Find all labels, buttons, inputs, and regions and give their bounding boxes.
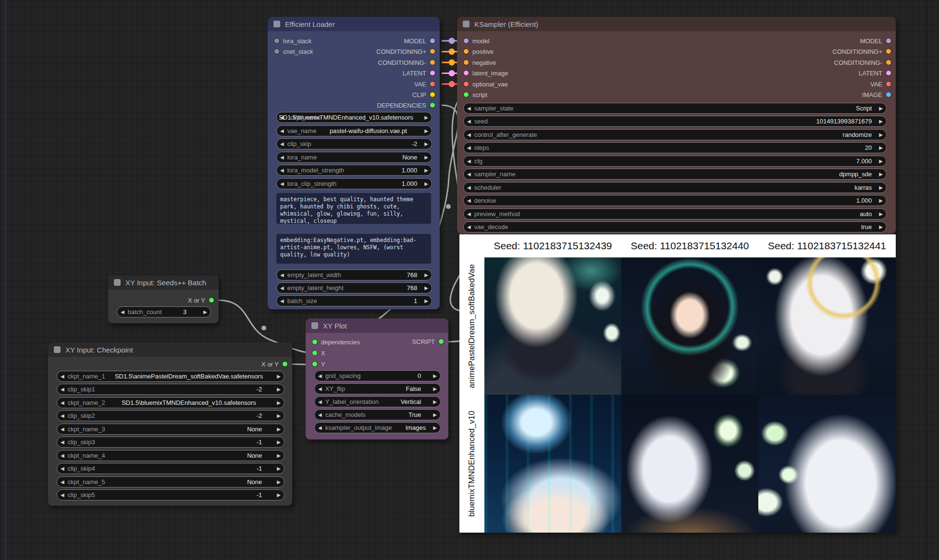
stepper-right-icon[interactable]: ▶ [273, 371, 284, 381]
stepper-right-icon[interactable]: ▶ [273, 398, 284, 408]
stepper-left-icon[interactable]: ◀ [277, 139, 287, 149]
collapse-icon[interactable] [54, 346, 61, 353]
stepper-right-icon[interactable]: ▶ [430, 397, 440, 407]
stepper-left-icon[interactable]: ◀ [57, 437, 68, 447]
output-slot-vae[interactable] [430, 82, 435, 86]
widget-y-label-orientation[interactable]: ◀ Y_label_orientation Vertical ▶ [314, 396, 441, 407]
widget-sampler-state[interactable]: ◀ sampler_state Script ▶ [463, 103, 887, 114]
positive-prompt-textarea[interactable]: masterpiece, best quality, haunted theme… [276, 193, 431, 224]
output-slot-latent[interactable] [430, 71, 435, 75]
input-slot-cnet-stack[interactable] [274, 49, 279, 54]
widget-empty-latent-height[interactable]: ◀ empty_latent_height 768 ▶ [276, 282, 432, 293]
widget-clip-skip3[interactable]: ◀ clip_skip3 -1 ▶ [57, 437, 284, 448]
node-title-bar[interactable]: XY Input: Checkpoint [48, 342, 292, 357]
node-ksampler-efficient[interactable]: KSampler (Efficient) model positive nega… [457, 17, 896, 234]
input-slot-negative[interactable] [464, 60, 469, 65]
stepper-right-icon[interactable]: ▶ [430, 423, 440, 433]
stepper-left-icon[interactable]: ◀ [277, 179, 287, 189]
collapse-icon[interactable] [114, 279, 121, 286]
stepper-right-icon[interactable]: ▶ [876, 130, 886, 140]
widget-ckpt-name-3[interactable]: ◀ ckpt_name_3 None ▶ [57, 424, 284, 435]
stepper-right-icon[interactable]: ▶ [876, 209, 886, 219]
wire-dot-model[interactable] [449, 38, 455, 44]
stepper-right-icon[interactable]: ▶ [876, 183, 886, 193]
output-slot-vae[interactable] [886, 82, 891, 86]
stepper-left-icon[interactable]: ◀ [464, 169, 474, 179]
output-slot-conditioning-plus[interactable] [886, 49, 891, 54]
stepper-right-icon[interactable]: ▶ [876, 222, 886, 232]
stepper-right-icon[interactable]: ▶ [421, 296, 432, 306]
collapse-icon[interactable] [311, 322, 318, 329]
widget-xy-flip[interactable]: ◀ XY_flip False ▶ [314, 383, 441, 394]
stepper-left-icon[interactable]: ◀ [57, 477, 68, 487]
stepper-left-icon[interactable]: ◀ [277, 296, 287, 306]
wire-dot-vae[interactable] [449, 81, 455, 87]
widget-lora-model-strength[interactable]: ◀ lora_model_strength 1.000 ▶ [276, 165, 432, 176]
wire-dot-latent[interactable] [449, 70, 455, 76]
input-slot-dependencies[interactable] [312, 340, 317, 344]
stepper-right-icon[interactable]: ▶ [273, 384, 284, 394]
stepper-left-icon[interactable]: ◀ [57, 384, 68, 394]
wire-dot-cond-negative[interactable] [449, 60, 455, 66]
node-title-bar[interactable]: KSampler (Efficient) [457, 17, 896, 31]
node-graph-canvas[interactable]: Efficient Loader lora_stack cnet_stack M… [0, 0, 939, 560]
widget-clip-skip[interactable]: ◀ clip_skip -2 ▶ [276, 138, 432, 149]
output-slot-x-or-y[interactable] [209, 298, 214, 303]
input-slot-positive[interactable] [464, 49, 469, 54]
widget-cfg[interactable]: ◀ cfg 7.000 ▶ [463, 156, 887, 167]
output-slot-conditioning-minus[interactable] [430, 60, 435, 65]
stepper-left-icon[interactable]: ◀ [464, 222, 474, 232]
stepper-right-icon[interactable]: ▶ [876, 116, 886, 126]
stepper-right-icon[interactable]: ▶ [273, 437, 284, 447]
node-xy-input-checkpoint[interactable]: XY Input: Checkpoint X or Y ◀ ckpt_name_… [48, 342, 292, 506]
input-slot-y[interactable] [312, 362, 317, 366]
stepper-right-icon[interactable]: ▶ [876, 156, 886, 166]
stepper-left-icon[interactable]: ◀ [464, 143, 474, 153]
widget-ksampler-output-image[interactable]: ◀ ksampler_output_image Images ▶ [314, 422, 441, 433]
node-efficient-loader[interactable]: Efficient Loader lora_stack cnet_stack M… [268, 17, 440, 309]
output-slot-model[interactable] [886, 38, 891, 43]
stepper-left-icon[interactable]: ◀ [277, 283, 287, 293]
output-slot-conditioning-minus[interactable] [886, 60, 891, 65]
output-slot-x-or-y[interactable] [283, 362, 287, 366]
negative-prompt-textarea[interactable]: embedding:EasyNegative.pt, embedding:bad… [276, 234, 431, 264]
stepper-left-icon[interactable]: ◀ [277, 165, 287, 175]
widget-empty-latent-width[interactable]: ◀ empty_latent_width 768 ▶ [276, 269, 432, 280]
stepper-left-icon[interactable]: ◀ [464, 103, 474, 113]
stepper-left-icon[interactable]: ◀ [464, 183, 474, 193]
widget-preview-method[interactable]: ◀ preview_method auto ▶ [463, 208, 887, 219]
stepper-right-icon[interactable]: ▶ [273, 450, 284, 461]
stepper-left-icon[interactable]: ◀ [57, 411, 68, 421]
stepper-left-icon[interactable]: ◀ [315, 384, 325, 394]
node-title-bar[interactable]: XY Input: Seeds++ Batch [108, 275, 219, 290]
stepper-left-icon[interactable]: ◀ [315, 371, 325, 381]
stepper-left-icon[interactable]: ◀ [464, 130, 474, 140]
node-xy-plot[interactable]: XY Plot dependencies X Y SCRIPT ◀ grid_s… [306, 318, 448, 439]
widget-ckpt-name-5[interactable]: ◀ ckpt_name_5 None ▶ [57, 476, 284, 487]
widget-grid-spacing[interactable]: ◀ grid_spacing 0 ▶ [314, 370, 441, 381]
widget-clip-skip4[interactable]: ◀ clip_skip4 -1 ▶ [57, 463, 284, 474]
stepper-left-icon[interactable]: ◀ [464, 116, 474, 126]
stepper-right-icon[interactable]: ▶ [273, 463, 284, 474]
stepper-right-icon[interactable]: ▶ [421, 270, 432, 280]
stepper-right-icon[interactable]: ▶ [421, 165, 432, 175]
stepper-left-icon[interactable]: ◀ [57, 424, 68, 434]
widget-denoise[interactable]: ◀ denoise 1.000 ▶ [463, 195, 887, 206]
stepper-left-icon[interactable]: ◀ [57, 450, 68, 461]
wire-dot-cond-positive[interactable] [449, 49, 455, 55]
input-slot-lora-stack[interactable] [274, 38, 279, 43]
output-slot-latent[interactable] [886, 71, 891, 75]
collapse-icon[interactable] [273, 21, 280, 27]
widget-batch-count[interactable]: ◀ batch_count 3 ▶ [117, 306, 211, 317]
stepper-right-icon[interactable]: ▶ [273, 477, 284, 487]
output-slot-clip[interactable] [430, 92, 435, 97]
stepper-left-icon[interactable]: ◀ [117, 307, 128, 317]
stepper-right-icon[interactable]: ▶ [876, 143, 886, 153]
widget-scheduler[interactable]: ◀ scheduler karras ▶ [463, 182, 887, 193]
stepper-right-icon[interactable]: ▶ [421, 139, 432, 149]
widget-clip-skip2[interactable]: ◀ clip_skip2 -2 ▶ [57, 410, 284, 421]
stepper-left-icon[interactable]: ◀ [315, 423, 325, 433]
stepper-right-icon[interactable]: ▶ [421, 152, 432, 162]
input-slot-optional-vae[interactable] [464, 82, 469, 86]
input-slot-latent-image[interactable] [464, 71, 469, 75]
